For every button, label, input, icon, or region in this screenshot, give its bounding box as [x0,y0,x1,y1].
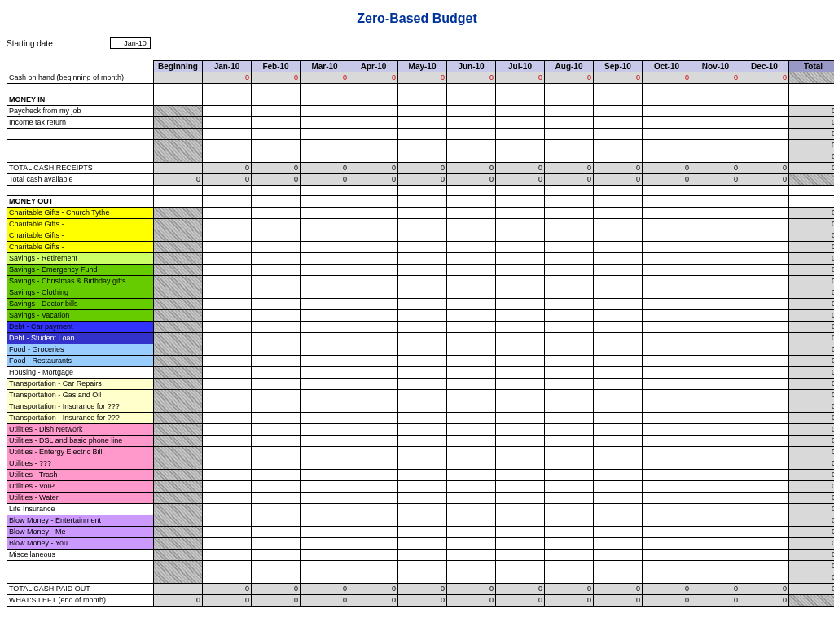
money-out-cell[interactable] [545,538,594,550]
money-out-cell[interactable] [740,242,789,253]
money-out-cell[interactable] [447,253,496,265]
money-out-cell[interactable] [691,493,740,504]
money-out-row-label[interactable]: Utilities - ??? [7,458,154,470]
money-out-cell[interactable] [545,493,594,504]
money-out-cell[interactable] [691,310,740,322]
money-out-cell[interactable] [447,538,496,550]
money-out-cell[interactable] [301,413,349,424]
money-out-cell[interactable] [203,253,252,265]
money-out-cell[interactable] [398,344,447,356]
money-out-cell[interactable] [398,265,447,276]
money-out-cell[interactable] [496,401,545,413]
money-out-cell[interactable] [643,299,691,310]
money-out-cell[interactable] [252,470,301,481]
money-out-cell[interactable] [545,413,594,424]
money-out-cell[interactable] [349,379,398,390]
money-out-row-label[interactable]: Utilities - DSL and basic phone line [7,436,154,447]
money-out-cell[interactable] [252,344,301,356]
money-out-cell[interactable] [643,322,691,333]
money-in-cell[interactable] [643,151,691,163]
cash-on-hand-cell[interactable]: 0 [301,72,349,84]
money-out-cell[interactable] [594,493,643,504]
money-in-cell[interactable] [643,106,691,117]
money-out-cell[interactable] [545,219,594,230]
money-out-cell[interactable] [301,242,349,253]
money-out-cell[interactable] [301,276,349,287]
money-out-cell[interactable] [496,310,545,322]
money-out-cell[interactable] [545,299,594,310]
money-out-cell[interactable] [447,390,496,401]
money-out-cell[interactable] [594,561,643,572]
money-out-cell[interactable] [301,333,349,344]
money-out-cell[interactable] [398,276,447,287]
money-out-cell[interactable] [203,470,252,481]
money-out-cell[interactable] [594,527,643,538]
money-out-cell[interactable] [301,356,349,367]
money-out-cell[interactable] [545,367,594,379]
money-in-cell[interactable] [349,140,398,151]
money-out-cell[interactable] [447,356,496,367]
money-out-cell[interactable] [252,265,301,276]
money-out-cell[interactable] [545,344,594,356]
money-out-cell[interactable] [349,333,398,344]
money-out-cell[interactable] [252,436,301,447]
money-out-cell[interactable] [691,413,740,424]
money-out-cell[interactable] [349,493,398,504]
cash-on-hand-cell[interactable]: 0 [594,72,643,84]
money-out-cell[interactable] [349,344,398,356]
money-out-cell[interactable] [594,356,643,367]
money-in-cell[interactable] [545,140,594,151]
money-out-cell[interactable] [691,287,740,299]
money-out-cell[interactable] [349,413,398,424]
money-in-cell[interactable] [496,106,545,117]
money-out-cell[interactable] [643,367,691,379]
money-out-cell[interactable] [691,344,740,356]
money-in-cell[interactable] [301,117,349,129]
money-out-cell[interactable] [301,493,349,504]
money-out-row-label[interactable]: Savings - Emergency Fund [7,265,154,276]
starting-date-input[interactable] [110,37,151,49]
money-out-cell[interactable] [496,424,545,436]
money-in-cell[interactable] [496,129,545,140]
money-out-cell[interactable] [691,481,740,493]
money-out-cell[interactable] [252,390,301,401]
money-out-cell[interactable] [252,356,301,367]
money-out-cell[interactable] [301,253,349,265]
money-out-row-label[interactable]: Savings - Clothing [7,287,154,299]
money-out-cell[interactable] [691,265,740,276]
money-out-cell[interactable] [252,561,301,572]
money-out-cell[interactable] [496,550,545,561]
money-out-cell[interactable] [740,436,789,447]
money-out-cell[interactable] [252,493,301,504]
money-out-cell[interactable] [496,230,545,242]
cash-on-hand-cell[interactable]: 0 [349,72,398,84]
money-out-cell[interactable] [447,458,496,470]
money-out-row-label[interactable]: Charitable Gifts - Church Tythe [7,208,154,219]
money-out-cell[interactable] [349,504,398,515]
money-out-cell[interactable] [447,242,496,253]
money-out-cell[interactable] [252,333,301,344]
money-out-cell[interactable] [349,287,398,299]
money-out-row-label[interactable]: Savings - Christmas & Birthday gifts [7,276,154,287]
money-out-cell[interactable] [252,367,301,379]
money-out-row-label[interactable]: Charitable Gifts - [7,219,154,230]
money-out-cell[interactable] [252,572,301,584]
money-out-cell[interactable] [545,333,594,344]
money-out-cell[interactable] [496,458,545,470]
money-out-cell[interactable] [203,276,252,287]
money-out-row-label[interactable]: Blow Money - Me [7,527,154,538]
money-out-cell[interactable] [643,572,691,584]
money-out-cell[interactable] [740,390,789,401]
money-out-cell[interactable] [594,390,643,401]
money-in-cell[interactable] [496,151,545,163]
money-out-cell[interactable] [447,230,496,242]
money-out-cell[interactable] [643,481,691,493]
money-out-cell[interactable] [301,287,349,299]
money-out-cell[interactable] [252,230,301,242]
money-out-cell[interactable] [301,458,349,470]
money-out-cell[interactable] [203,333,252,344]
money-out-cell[interactable] [447,527,496,538]
money-out-cell[interactable] [398,390,447,401]
money-in-cell[interactable] [594,117,643,129]
money-out-cell[interactable] [252,299,301,310]
